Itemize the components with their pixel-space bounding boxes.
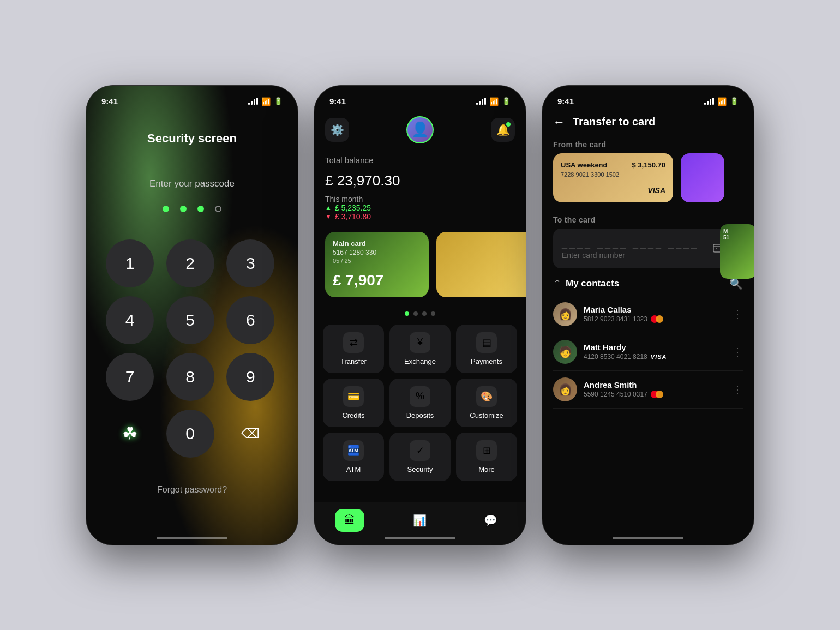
action-exchange[interactable]: ¥ Exchange bbox=[389, 325, 451, 373]
contact-maria[interactable]: 👩 Maria Callas 5812 9023 8431 1323 ⋮ bbox=[553, 296, 743, 333]
card-number-placeholder: Enter card number bbox=[562, 251, 704, 260]
card-main-num: 5167 1280 330 bbox=[333, 249, 421, 256]
customize-label: Customize bbox=[470, 411, 503, 419]
transfer-top-bar: ← Transfer to card bbox=[542, 110, 754, 135]
contact-card-row-andrea: 5590 1245 4510 0317 bbox=[584, 391, 725, 398]
contact-more-andrea[interactable]: ⋮ bbox=[732, 384, 743, 395]
contact-name-matt: Matt Hardy bbox=[584, 343, 725, 352]
avatar-image: 👤 bbox=[411, 121, 429, 138]
action-credits[interactable]: 💳 Credits bbox=[323, 379, 384, 427]
gear-icon: ⚙️ bbox=[331, 123, 344, 136]
time-s2: 9:41 bbox=[329, 97, 346, 106]
back-button[interactable]: ← bbox=[553, 115, 565, 129]
passcode-dots bbox=[86, 206, 298, 212]
key-4[interactable]: 4 bbox=[106, 296, 154, 344]
key-0[interactable]: 0 bbox=[166, 410, 214, 458]
nav-chat-button[interactable]: 💬 bbox=[476, 509, 505, 532]
notifications-button[interactable]: 🔔 bbox=[491, 118, 515, 142]
forgot-password-link[interactable]: Forgot password? bbox=[86, 485, 298, 495]
stat-down-value: £ 3,710.80 bbox=[335, 212, 371, 221]
credits-label: Credits bbox=[342, 411, 364, 419]
status-icons-s2: 📶 🔋 bbox=[476, 97, 511, 106]
signal-icon bbox=[248, 98, 258, 105]
carousel-dots bbox=[314, 311, 526, 316]
from-card-num: 7228 9021 3300 1502 bbox=[561, 171, 665, 178]
contact-card-row-maria: 5812 9023 8431 1323 bbox=[584, 315, 725, 323]
wifi-icon-s2: 📶 bbox=[489, 97, 499, 106]
action-payments[interactable]: ▤ Payments bbox=[456, 325, 517, 373]
key-5[interactable]: 5 bbox=[166, 296, 214, 344]
contact-andrea[interactable]: 👩 Andrea Smith 5590 1245 4510 0317 ⋮ bbox=[553, 371, 743, 409]
contact-name-maria: Maria Callas bbox=[584, 305, 725, 314]
credits-icon: 💳 bbox=[343, 386, 364, 407]
transfer-icon: ⇄ bbox=[343, 332, 364, 353]
balance-main: £ 23,970 bbox=[325, 172, 380, 189]
contact-more-matt[interactable]: ⋮ bbox=[732, 346, 743, 357]
status-bar-s2: 9:41 📶 🔋 bbox=[314, 86, 526, 110]
deposits-label: Deposits bbox=[406, 411, 434, 419]
from-card[interactable]: USA weekend $ 3,150.70 7228 9021 3300 15… bbox=[553, 153, 673, 202]
more-label: More bbox=[478, 465, 495, 473]
contact-num-maria: 5812 9023 8431 1323 bbox=[584, 315, 647, 323]
dashboard-screen: 9:41 📶 🔋 ⚙️ 👤 🔔 bbox=[314, 85, 526, 545]
signal-icon-s2 bbox=[476, 98, 486, 105]
card-main-amount: £ 7,907 bbox=[333, 272, 421, 289]
status-bar-s1: 9:41 📶 🔋 bbox=[86, 86, 298, 110]
home-indicator-s2 bbox=[385, 537, 455, 539]
key-3[interactable]: 3 bbox=[226, 239, 274, 287]
page-title: Transfer to card bbox=[573, 116, 655, 128]
deposits-icon: % bbox=[410, 386, 430, 407]
customize-icon: 🎨 bbox=[476, 386, 497, 407]
time-s3: 9:41 bbox=[557, 97, 574, 106]
balance-cents: .30 bbox=[380, 172, 400, 189]
security-icon: ✓ bbox=[410, 440, 430, 461]
month-stats: This month ▲ £ 5,235.25 ▼ £ 3,710.80 bbox=[325, 195, 515, 221]
contact-matt[interactable]: 🧑 Matt Hardy 4120 8530 4021 8218 VISA ⋮ bbox=[553, 333, 743, 371]
security-screen: 9:41 📶 🔋 Security screen Enter your pass… bbox=[86, 85, 298, 545]
contact-info-maria: Maria Callas 5812 9023 8431 1323 bbox=[584, 305, 725, 323]
contact-info-andrea: Andrea Smith 5590 1245 4510 0317 bbox=[584, 380, 725, 398]
nav-stats-button[interactable]: 📊 bbox=[405, 509, 435, 532]
key-7[interactable]: 7 bbox=[106, 353, 154, 401]
exchange-label: Exchange bbox=[404, 357, 436, 365]
transfer-label: Transfer bbox=[340, 357, 367, 365]
secondary-from-card[interactable] bbox=[681, 153, 724, 202]
signal-icon-s3 bbox=[704, 98, 714, 105]
visa-icon-matt: VISA bbox=[651, 353, 667, 360]
green-card-peek-text: M51 bbox=[720, 224, 754, 245]
action-customize[interactable]: 🎨 Customize bbox=[456, 379, 517, 427]
contacts-search-button[interactable]: 🔍 bbox=[729, 277, 743, 290]
dot-4 bbox=[215, 206, 221, 212]
key-6[interactable]: 6 bbox=[226, 296, 274, 344]
nav-home-button[interactable]: 🏛 bbox=[335, 509, 364, 532]
delete-button[interactable]: ⌫ bbox=[226, 410, 274, 458]
contact-info-matt: Matt Hardy 4120 8530 4021 8218 VISA bbox=[584, 343, 725, 361]
security-title: Security screen bbox=[86, 131, 298, 146]
from-card-label: From the card bbox=[542, 135, 754, 153]
action-security[interactable]: ✓ Security bbox=[389, 433, 451, 481]
fingerprint-button[interactable]: ☘ bbox=[106, 410, 154, 458]
exchange-icon: ¥ bbox=[410, 332, 430, 353]
key-1[interactable]: 1 bbox=[106, 239, 154, 287]
main-card[interactable]: Main card 5167 1280 330 05 / 25 £ 7,907 bbox=[325, 232, 429, 297]
key-8[interactable]: 8 bbox=[166, 353, 214, 401]
key-9[interactable]: 9 bbox=[226, 353, 274, 401]
avatar[interactable]: 👤 bbox=[406, 116, 434, 143]
status-icons-s1: 📶 🔋 bbox=[248, 97, 283, 106]
status-bar-s3: 9:41 📶 🔋 bbox=[542, 86, 754, 110]
action-more[interactable]: ⊞ More bbox=[456, 433, 517, 481]
settings-button[interactable]: ⚙️ bbox=[325, 118, 349, 142]
battery-icon-s3: 🔋 bbox=[730, 97, 739, 105]
stats-icon: 📊 bbox=[413, 514, 427, 527]
cards-carousel: Main card 5167 1280 330 05 / 25 £ 7,907 bbox=[314, 221, 526, 308]
to-card-container: ____ ____ ____ ____ Enter card number M5… bbox=[542, 229, 748, 268]
action-transfer[interactable]: ⇄ Transfer bbox=[323, 325, 384, 373]
action-deposits[interactable]: % Deposits bbox=[389, 379, 451, 427]
action-atm[interactable]: 🏧 ATM bbox=[323, 433, 384, 481]
contact-more-maria[interactable]: ⋮ bbox=[732, 309, 743, 320]
key-2[interactable]: 2 bbox=[166, 239, 214, 287]
home-indicator bbox=[157, 537, 227, 539]
chevron-up-icon[interactable]: ⌃ bbox=[553, 278, 561, 290]
avatar-matt: 🧑 bbox=[553, 340, 577, 364]
secondary-card[interactable] bbox=[436, 232, 526, 297]
